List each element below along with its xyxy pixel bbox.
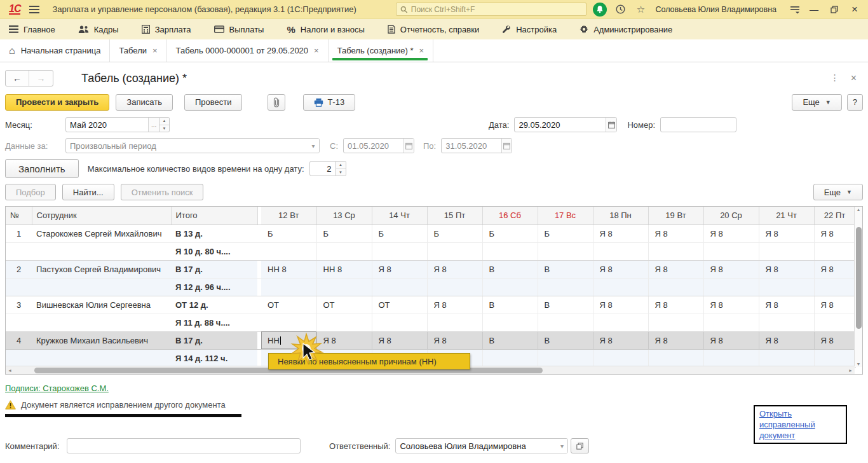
- cell-day[interactable]: Я 8: [648, 225, 703, 242]
- cell-day[interactable]: В: [538, 296, 593, 314]
- menu-item-administration[interactable]: Администрирование: [580, 25, 672, 34]
- column-header-day[interactable]: 20 Ср: [703, 207, 759, 225]
- column-header-day[interactable]: 15 Пт: [427, 207, 482, 225]
- cell-day[interactable]: Я 8: [593, 260, 648, 278]
- forward-button[interactable]: →: [29, 71, 53, 86]
- vertical-scroll-thumb[interactable]: [856, 227, 862, 329]
- cell-day[interactable]: Б: [316, 225, 372, 242]
- cell-day[interactable]: Б: [372, 225, 427, 242]
- tab-home[interactable]: ⌂ Начальная страница: [0, 39, 110, 62]
- column-header-day[interactable]: 19 Вт: [648, 207, 703, 225]
- current-user-name[interactable]: Соловьева Юлия Владимировна: [655, 5, 776, 14]
- scroll-left-icon[interactable]: ◄: [8, 366, 12, 374]
- cell-day[interactable]: Я 8: [316, 331, 372, 349]
- cell-total-line2[interactable]: Я 14 д. 112 ч.: [171, 349, 257, 367]
- cell-day[interactable]: Б: [427, 225, 482, 242]
- scroll-down-icon[interactable]: ▼: [855, 362, 862, 366]
- main-menu-icon[interactable]: [29, 6, 39, 13]
- from-date-field[interactable]: [343, 138, 414, 153]
- cell-day[interactable]: [427, 278, 482, 296]
- cell-day[interactable]: [814, 314, 855, 331]
- cell-day[interactable]: [427, 242, 482, 260]
- cell-day[interactable]: Я 8: [814, 260, 855, 278]
- close-tab-icon[interactable]: ×: [153, 46, 158, 55]
- cell-total-line1[interactable]: В 17 д.: [171, 260, 257, 278]
- search-field[interactable]: [411, 5, 583, 14]
- month-select-dots-button[interactable]: ...: [148, 118, 159, 132]
- fill-button[interactable]: Заполнить: [5, 159, 79, 178]
- cell-day[interactable]: [703, 349, 759, 367]
- close-tab-icon[interactable]: ×: [419, 46, 424, 55]
- cell-day[interactable]: Б: [482, 225, 538, 242]
- column-header-total[interactable]: Итого: [171, 207, 257, 225]
- scroll-up-icon[interactable]: ▲: [855, 207, 862, 212]
- pick-button[interactable]: Подбор: [5, 184, 56, 200]
- cell-employee[interactable]: [32, 314, 171, 331]
- cell-day[interactable]: В: [482, 260, 538, 278]
- signatures-link[interactable]: Подписи: Старокожев С.М.: [5, 384, 109, 393]
- cell-day[interactable]: [482, 278, 538, 296]
- cell-day[interactable]: [482, 314, 538, 331]
- cell-total-line2[interactable]: Я 10 д. 80 ч....: [171, 242, 257, 260]
- month-spinner[interactable]: ▲▼: [159, 117, 170, 132]
- cell-day[interactable]: [648, 349, 703, 367]
- cell-day[interactable]: ОТ: [316, 296, 372, 314]
- cell-day[interactable]: Я 8: [759, 296, 814, 314]
- cell-day[interactable]: НН: [261, 331, 316, 349]
- cell-day[interactable]: [316, 314, 372, 331]
- column-header-day[interactable]: 13 Ср: [316, 207, 372, 225]
- cell-day[interactable]: [759, 242, 814, 260]
- favorites-star-icon[interactable]: ☆: [634, 3, 648, 17]
- responsible-open-button[interactable]: [571, 438, 589, 453]
- find-button[interactable]: Найти...: [62, 184, 114, 200]
- cell-day[interactable]: [372, 242, 427, 260]
- cell-row-number[interactable]: 1: [6, 225, 32, 242]
- comment-field[interactable]: [67, 438, 301, 453]
- cell-total-line2[interactable]: Я 11 д. 88 ч....: [171, 314, 257, 331]
- cell-day[interactable]: Я 8: [703, 331, 759, 349]
- to-calendar-icon[interactable]: [501, 139, 512, 153]
- cell-day[interactable]: Я 8: [703, 225, 759, 242]
- cell-day[interactable]: Я 8: [648, 260, 703, 278]
- cell-day[interactable]: Я 8: [648, 331, 703, 349]
- cell-employee[interactable]: Кружков Михаил Васильевич: [32, 331, 171, 349]
- column-header-day[interactable]: 17 Вс: [538, 207, 593, 225]
- column-header-day[interactable]: 14 Чт: [372, 207, 427, 225]
- service-menu-icon[interactable]: [788, 3, 802, 17]
- tab-tabel-0000-000001[interactable]: Табель 0000-000001 от 29.05.2020 ×: [167, 39, 329, 62]
- cell-employee[interactable]: [32, 278, 171, 296]
- column-header-day[interactable]: 12 Вт: [261, 207, 316, 225]
- cell-employee[interactable]: Старокожев Сергей Михайлович: [32, 225, 171, 242]
- cell-day[interactable]: [372, 278, 427, 296]
- cell-row-number[interactable]: [6, 314, 32, 331]
- menu-item-hr[interactable]: Кадры: [78, 25, 119, 34]
- number-field[interactable]: [660, 117, 736, 132]
- column-header-day[interactable]: 21 Чт: [759, 207, 814, 225]
- cell-day[interactable]: [482, 242, 538, 260]
- cell-day[interactable]: [703, 278, 759, 296]
- cell-day[interactable]: Я 8: [427, 296, 482, 314]
- post-button[interactable]: Провести: [184, 94, 243, 111]
- cell-day[interactable]: [482, 349, 538, 367]
- cell-day[interactable]: [814, 349, 855, 367]
- cell-day[interactable]: [593, 314, 648, 331]
- cancel-search-button[interactable]: Отменить поиск: [121, 184, 204, 200]
- post-and-close-button[interactable]: Провести и закрыть: [5, 94, 109, 111]
- close-window-button[interactable]: ×: [846, 3, 863, 17]
- cell-row-number[interactable]: [6, 242, 32, 260]
- cell-day[interactable]: [593, 278, 648, 296]
- column-header-employee[interactable]: Сотрудник: [32, 207, 171, 225]
- cell-employee[interactable]: Вишневская Юлия Сергеевна: [32, 296, 171, 314]
- form-menu-dots-icon[interactable]: ⋮: [831, 73, 839, 84]
- cell-day[interactable]: Я 8: [703, 260, 759, 278]
- cell-day[interactable]: [814, 242, 855, 260]
- cell-day[interactable]: В: [538, 260, 593, 278]
- responsible-field[interactable]: ▾: [395, 438, 568, 453]
- global-search-input[interactable]: [396, 3, 587, 16]
- cell-day[interactable]: [759, 314, 814, 331]
- cell-day[interactable]: Я 8: [703, 296, 759, 314]
- cell-day[interactable]: Я 8: [593, 331, 648, 349]
- cell-day[interactable]: [593, 242, 648, 260]
- cell-day[interactable]: Я 8: [593, 296, 648, 314]
- month-field[interactable]: ...: [65, 117, 159, 132]
